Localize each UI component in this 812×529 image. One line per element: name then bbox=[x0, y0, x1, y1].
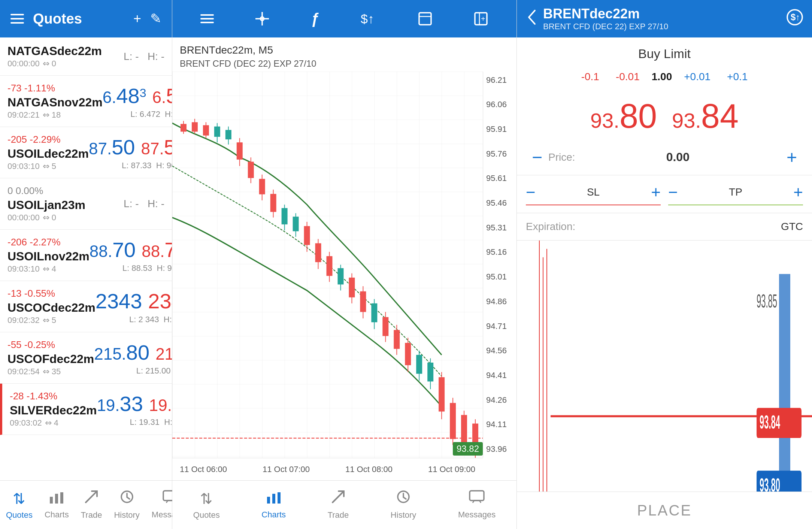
function-btn[interactable]: ƒ bbox=[311, 10, 319, 27]
svg-rect-73 bbox=[267, 497, 270, 504]
expiration-value: GTC bbox=[781, 221, 803, 233]
adj-minus-0-1[interactable]: -0.1 bbox=[577, 68, 604, 86]
nav-quotes[interactable]: ⇅ Quotes bbox=[187, 487, 226, 523]
quote-hl: L: 19.31 H: 19.70 bbox=[97, 417, 172, 427]
nav-history[interactable]: History bbox=[108, 487, 145, 523]
adj-plus-0-01[interactable]: +0.01 bbox=[679, 68, 715, 86]
edit-button[interactable]: ✎ bbox=[150, 11, 161, 27]
svg-rect-29 bbox=[237, 142, 243, 160]
svg-rect-75 bbox=[278, 492, 281, 504]
hamburger-icon[interactable] bbox=[10, 14, 24, 24]
svg-text:93.80: 93.80 bbox=[760, 475, 780, 492]
quote-time: 09:02:21⇔ 18 bbox=[7, 110, 103, 120]
quotes-list: NATGASdec22m 00:00:00 ⇔ 0 L: - H: - -73 … bbox=[0, 37, 172, 480]
adj-minus-0-01[interactable]: -0.01 bbox=[611, 68, 644, 86]
nav-charts[interactable]: Charts bbox=[255, 487, 292, 523]
price-minus-button[interactable]: − bbox=[526, 147, 548, 167]
current-price-tag: 93.82 bbox=[453, 442, 483, 456]
quote-prices: 2343 2348 L: 2 343 H: 2 357 bbox=[96, 289, 172, 324]
price-plus-button[interactable]: + bbox=[781, 147, 803, 167]
svg-text:$↑: $↑ bbox=[361, 12, 374, 26]
quote-info: -13 -0.55% USCOCdec22m 09:02:32⇔ 5 bbox=[7, 288, 96, 325]
quote-info: -205 -2.29% USOILdec22m 09:03:10⇔ 5 bbox=[7, 134, 89, 171]
center-panel: ƒ $↑ + BRENTdec22m, M5 BRENT CFD (DEC 22… bbox=[172, 0, 517, 529]
list-item[interactable]: -55 -0.25% USCOFdec22m 09:02:54⇔ 35 215.… bbox=[0, 332, 172, 384]
svg-rect-1 bbox=[55, 494, 58, 504]
quote-bid-ask: 2343 2348 bbox=[96, 289, 172, 313]
quote-name: SILVERdec22m bbox=[10, 403, 97, 417]
tp-minus-button[interactable]: − bbox=[668, 183, 678, 202]
right-panel: BRENTdec22m BRENT CFD (DEC 22) EXP 27/10… bbox=[517, 0, 812, 529]
window-btn[interactable] bbox=[418, 11, 433, 26]
quote-name: USOILjan23m bbox=[7, 198, 124, 212]
ask-price: 2348 bbox=[148, 289, 172, 313]
trade-btn[interactable]: $↑ bbox=[360, 11, 376, 26]
bid-price: 19.33 bbox=[97, 392, 143, 416]
quote-name: NATGASdec22m bbox=[7, 44, 124, 58]
nav-label: Charts bbox=[261, 510, 286, 520]
quote-hl: L: 215.00 H: 216.55 bbox=[94, 366, 172, 376]
left-header: Quotes + ✎ bbox=[0, 0, 172, 37]
chart-area[interactable]: 96.21 96.06 95.91 95.76 95.61 95.46 95.3… bbox=[172, 72, 516, 480]
svg-rect-67 bbox=[450, 403, 456, 439]
right-title: BRENTdec22m bbox=[543, 6, 781, 22]
chart-canvas bbox=[172, 72, 483, 458]
list-item[interactable]: -28 -1.43% SILVERdec22m 09:03:02⇔ 4 19.3… bbox=[0, 384, 172, 435]
nav-quotes[interactable]: ⇅ Quotes bbox=[0, 487, 39, 523]
quote-change: -28 -1.43% bbox=[10, 390, 97, 402]
quote-change: -206 -2.27% bbox=[7, 236, 90, 248]
quote-change: 0 0.00% bbox=[7, 185, 124, 197]
quote-time: 00:00:00 ⇔ 0 bbox=[7, 59, 124, 69]
ask-price: 87.55 bbox=[141, 135, 172, 159]
quote-change: -205 -2.29% bbox=[7, 134, 89, 145]
menu-btn[interactable] bbox=[200, 13, 214, 24]
nav-trade[interactable]: Trade bbox=[75, 487, 108, 523]
list-item[interactable]: -73 -1.11% NATGASnov22m 09:02:21⇔ 18 6.4… bbox=[0, 76, 172, 127]
price-scale: 96.21 96.06 95.91 95.76 95.61 95.46 95.3… bbox=[483, 72, 516, 458]
sl-plus-button[interactable]: + bbox=[651, 183, 661, 202]
quote-info: -28 -1.43% SILVERdec22m 09:03:02⇔ 4 bbox=[10, 390, 97, 428]
nav-messages[interactable]: Messages bbox=[452, 487, 502, 523]
price-label: Price: bbox=[548, 151, 575, 163]
dollar-sign-button[interactable]: $↑ bbox=[787, 9, 803, 29]
svg-rect-45 bbox=[327, 256, 333, 276]
nav-label: Messages bbox=[458, 510, 496, 520]
price-display: 93.80 93.84 bbox=[517, 93, 812, 143]
list-item[interactable]: -205 -2.29% USOILdec22m 09:03:10⇔ 5 87.5… bbox=[0, 127, 172, 178]
list-item[interactable]: 0 0.00% USOILjan23m 00:00:00⇔ 0 L: - H: … bbox=[0, 178, 172, 230]
sl-minus-button[interactable]: − bbox=[526, 183, 536, 202]
back-button[interactable] bbox=[526, 9, 537, 29]
sl-tp-row: − SL + − TP + bbox=[517, 175, 812, 213]
trade-icon bbox=[331, 490, 345, 507]
adj-plus-0-1[interactable]: +0.1 bbox=[722, 68, 752, 86]
svg-rect-85 bbox=[779, 274, 790, 492]
svg-rect-69 bbox=[461, 415, 467, 445]
bid-price: 93.80 bbox=[590, 97, 657, 136]
nav-history[interactable]: History bbox=[385, 487, 422, 523]
nav-charts[interactable]: Charts bbox=[39, 487, 75, 523]
nav-trade[interactable]: Trade bbox=[322, 487, 355, 523]
expiration-label: Expiration: bbox=[526, 221, 781, 233]
list-item[interactable]: -13 -0.55% USCOCdec22m 09:02:32⇔ 5 2343 … bbox=[0, 281, 172, 332]
quote-bid-ask: 19.33 19.37 bbox=[97, 392, 172, 416]
svg-rect-41 bbox=[304, 226, 310, 245]
header-actions: + ✎ bbox=[133, 11, 161, 27]
quote-change: -73 -1.11% bbox=[7, 82, 103, 94]
expand-btn[interactable]: + bbox=[473, 11, 488, 26]
crosshair-btn[interactable] bbox=[255, 11, 270, 26]
add-button[interactable]: + bbox=[133, 11, 141, 27]
list-item[interactable]: NATGASdec22m 00:00:00 ⇔ 0 L: - H: - bbox=[0, 37, 172, 76]
tp-plus-button[interactable]: + bbox=[793, 183, 803, 202]
quote-time: 09:02:54⇔ 35 bbox=[7, 367, 94, 377]
quote-info: 0 0.00% USOILjan23m 00:00:00⇔ 0 bbox=[7, 185, 124, 223]
charts-icon bbox=[266, 490, 281, 507]
place-button[interactable]: PLACE bbox=[517, 492, 812, 529]
order-type-label: Buy Limit bbox=[517, 37, 812, 68]
svg-text:+: + bbox=[481, 15, 485, 23]
svg-rect-37 bbox=[282, 208, 288, 224]
quote-change: -55 -0.25% bbox=[7, 339, 94, 351]
adj-current-value: 1.00 bbox=[652, 68, 672, 86]
list-item[interactable]: -206 -2.27% USOILnov22m 09:03:10⇔ 4 88.7… bbox=[0, 230, 172, 281]
nav-trade-label: Trade bbox=[81, 510, 102, 520]
quote-hl: L: 2 343 H: 2 357 bbox=[96, 315, 172, 324]
